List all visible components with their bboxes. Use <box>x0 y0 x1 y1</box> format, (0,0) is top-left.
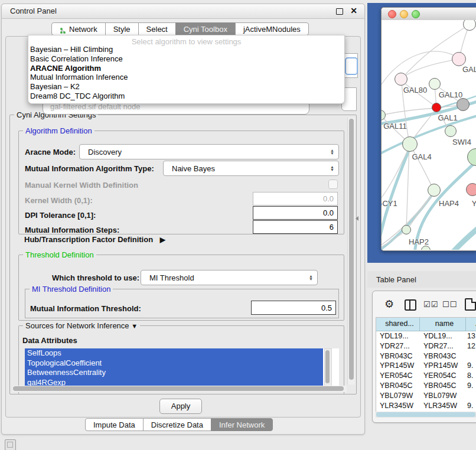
spinner-icon: ▲▼ <box>309 275 313 281</box>
columns-icon[interactable] <box>405 299 416 311</box>
algorithm-option-aracne-algorithm[interactable]: ARACNE Algorithm <box>30 64 343 73</box>
table-cell: YBR043C <box>376 351 420 361</box>
node-label: GAL80 <box>403 86 427 94</box>
node-swi4[interactable] <box>445 125 457 137</box>
tab-style[interactable]: Style <box>105 22 139 35</box>
node-label: Y <box>472 199 476 208</box>
mi-steps-field[interactable]: 6 <box>253 220 338 234</box>
which-threshold-value: MI Threshold <box>141 273 309 282</box>
algorithm-option-dream8-dc-tdc-algorithm[interactable]: Dream8 DC_TDC Algorithm <box>30 92 343 101</box>
manual-kernel-label: Manual Kernel Width Definition <box>25 181 138 190</box>
tab-network[interactable]: Network <box>51 22 106 35</box>
screen: Control Panel ✕ NetworkStyleSelectCyni T… <box>0 0 476 450</box>
tab-discretize-data[interactable]: Discretize Data <box>143 418 211 431</box>
table-row[interactable]: YBR043CYBR043C <box>376 351 476 361</box>
tab-infer-network[interactable]: Infer Network <box>211 418 273 431</box>
tab-impute-data[interactable]: Impute Data <box>85 418 144 431</box>
threshold-definition-title: Threshold Definition <box>23 250 96 259</box>
algorithm-option-bayesian-k2[interactable]: Bayesian – K2 <box>30 82 343 92</box>
table-row[interactable]: YDR27...YDR27...12 <box>376 341 476 351</box>
tab-label: Cyni Toolbox <box>184 23 227 35</box>
which-threshold-label: Which threshold to use: <box>52 273 139 282</box>
mi-threshold-group: MI Threshold Definition Mutual Informati… <box>25 289 339 318</box>
minimize-traffic-light[interactable] <box>400 10 408 18</box>
table-horizontal-scrollbar[interactable] <box>376 412 476 418</box>
mi-threshold-label: Mutual Information Threshold: <box>30 304 141 313</box>
manual-kernel-checkbox[interactable] <box>328 180 338 189</box>
export-table-icon[interactable] <box>465 298 476 311</box>
tab-label: Network <box>69 23 97 35</box>
docked-panel-icon[interactable] <box>5 439 16 450</box>
table-panel: ⚙ ☑☑ ☐☐ shared...nameA YDL19...YDL19...1… <box>372 291 476 423</box>
attributes-scrollbar[interactable] <box>324 348 332 390</box>
mi-type-label: Mutual Information Algorithm Type: <box>25 164 154 173</box>
table-cell: 8. <box>466 371 476 381</box>
table-row[interactable]: YPR145WYPR145W9. <box>376 361 476 371</box>
tab-label: Discretize Data <box>151 419 203 431</box>
table-row[interactable]: YBR045CYBR045C9. <box>376 381 476 391</box>
hub-definition-toggle[interactable]: Hub/Transcription Factor Definition ▶ <box>24 235 165 244</box>
tab-cyni-toolbox[interactable]: Cyni Toolbox <box>175 22 236 35</box>
table-row[interactable]: YBL079WYBL079W <box>376 391 476 401</box>
node-gal80[interactable] <box>395 73 407 86</box>
node-table: shared...nameA YDL19...YDL19...13YDR27..… <box>376 317 476 413</box>
node-label: SWI4 <box>452 138 471 146</box>
table-cell: 13 <box>466 331 476 341</box>
table-cell: YBL079W <box>420 391 466 401</box>
close-icon[interactable]: ✕ <box>350 6 357 15</box>
panel-title: Control Panel <box>10 6 57 15</box>
node-hap2[interactable] <box>402 225 411 234</box>
attribute-item-selfloops[interactable]: SelfLoops <box>25 348 323 358</box>
float-panel-icon[interactable] <box>336 8 343 15</box>
node-hap4[interactable] <box>428 184 441 197</box>
settings-horizontal-scrollbar[interactable] <box>12 386 347 392</box>
node-gal4[interactable] <box>402 136 418 152</box>
node-gal1[interactable] <box>432 103 441 112</box>
node[interactable] <box>457 98 470 111</box>
tab-jactivemnodules[interactable]: jActiveMNodules <box>235 22 309 35</box>
ghost-inference-algorithm-label: Inference Algorithm <box>37 51 103 60</box>
table-cell: YDL19... <box>420 331 466 341</box>
dpi-tolerance-field[interactable]: 0.0 <box>253 206 338 220</box>
apply-button[interactable]: Apply <box>159 399 202 414</box>
collapsed-arrow-icon: ▶ <box>160 236 165 244</box>
algorithm-definition-title: Algorithm Definition <box>23 126 94 135</box>
bottom-tab-bar: Impute DataDiscretize DataInfer Network <box>85 418 273 431</box>
table-cell <box>466 391 476 401</box>
mi-type-combo[interactable]: Naive Bayes ▲▼ <box>163 161 339 176</box>
cyni-algorithm-settings-group: Cyni Algorithm Settings Algorithm Defini… <box>9 115 357 394</box>
column-header-a[interactable]: A <box>466 318 476 331</box>
network-canvas[interactable]: GALGAL80GAL10GAL1GAL11SWI4GAL4GCY1HAP4YH… <box>382 20 476 250</box>
algorithm-option-mutual-information-inference[interactable]: Mutual Information Inference <box>30 73 343 82</box>
control-panel-body: gal-filtered.sif default node Cyni Algor… <box>5 36 361 418</box>
column-header-shared[interactable]: shared... <box>376 318 420 331</box>
settings-vertical-scrollbar[interactable] <box>347 118 355 384</box>
tab-label: Select <box>146 23 168 35</box>
table-cell: 12 <box>466 341 476 351</box>
table-cell: YBR043C <box>420 351 466 361</box>
zoom-traffic-light[interactable] <box>412 10 420 18</box>
attribute-item-topologicalcoefficient[interactable]: TopologicalCoefficient <box>25 358 323 369</box>
expanded-arrow-icon[interactable]: ▼ <box>131 322 138 330</box>
table-row[interactable]: YDL19...YDL19...13 <box>376 331 476 341</box>
deselect-all-checkboxes-icon[interactable]: ☐☐ <box>442 300 457 309</box>
table-row[interactable]: YLR345WYLR345W9. <box>376 401 476 411</box>
node-gal10[interactable] <box>429 78 441 90</box>
aracne-mode-combo[interactable]: Discovery ▲▼ <box>79 144 339 159</box>
tab-select[interactable]: Select <box>138 22 176 35</box>
mi-threshold-field[interactable]: 0.5 <box>251 301 336 315</box>
node-y[interactable] <box>466 183 476 196</box>
table-cell: YPR145W <box>376 361 420 371</box>
which-threshold-combo[interactable]: MI Threshold ▲▼ <box>141 270 318 285</box>
spinner-icon: ▲▼ <box>330 165 334 171</box>
table-row[interactable]: YER054CYER054C8. <box>376 371 476 381</box>
gear-icon[interactable]: ⚙ <box>384 298 394 311</box>
attribute-item-betweennesscentrality[interactable]: BetweennessCentrality <box>25 368 323 378</box>
select-all-checkboxes-icon[interactable]: ☑☑ <box>423 300 438 309</box>
splitter-arrow-icon[interactable] <box>356 216 358 221</box>
close-traffic-light[interactable] <box>388 10 396 18</box>
table-cell: YPR145W <box>420 361 466 371</box>
node-gal[interactable] <box>452 52 466 66</box>
column-header-name[interactable]: name <box>420 318 466 331</box>
table-cell: YDR27... <box>420 341 466 351</box>
